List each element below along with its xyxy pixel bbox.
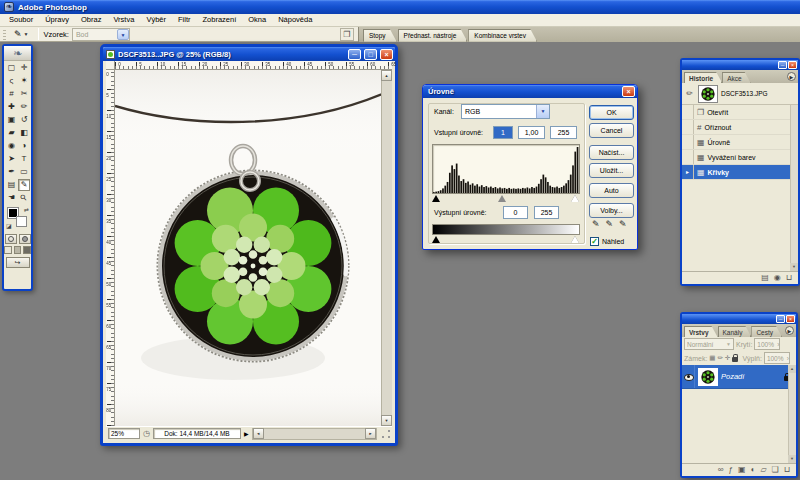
history-brush-source-well[interactable]: ▸ (682, 165, 694, 179)
history-brush-source-well[interactable] (682, 135, 694, 149)
standard-mode-button[interactable] (5, 234, 17, 244)
scroll-right-icon[interactable]: ► (365, 428, 376, 439)
lock-toggle-icon[interactable] (732, 357, 738, 362)
opacity-field[interactable]: 100% › (754, 338, 780, 350)
close-icon[interactable]: × (786, 315, 795, 323)
swap-colors-icon[interactable]: ⇄ (24, 206, 29, 213)
adjustment-layer-button[interactable]: ◐ (751, 465, 756, 475)
menu-item-zobrazení[interactable]: Zobrazení (196, 14, 242, 26)
scroll-left-icon[interactable]: ◄ (253, 428, 264, 439)
pen-tool[interactable]: ✒ (6, 166, 18, 178)
layer-thumbnail[interactable] (698, 368, 718, 386)
vertical-scrollbar[interactable]: ▲ ▼ (381, 70, 392, 426)
close-icon[interactable]: × (788, 61, 797, 69)
blur-tool[interactable]: ◉ (6, 140, 18, 152)
close-button[interactable]: × (380, 49, 393, 60)
lock-toggle-icon[interactable]: ✏ (718, 354, 723, 362)
new-layer-button[interactable]: ❏ (772, 465, 779, 475)
minimize-icon[interactable]: ─ (776, 315, 785, 323)
midtone-slider[interactable] (498, 195, 506, 202)
output-highlight-slider[interactable] (571, 236, 579, 243)
scroll-down-icon[interactable]: ▼ (790, 263, 798, 271)
cancel-button[interactable]: Cancel (589, 123, 634, 138)
slice-tool[interactable]: ✂ (18, 88, 30, 100)
delete-state-button[interactable]: ⊔ (786, 273, 792, 283)
delete-layer-button[interactable]: ⊔ (784, 465, 790, 475)
new-document-from-state-button[interactable]: ▤ (761, 273, 769, 283)
levels-dialog-title-bar[interactable]: Úrovně × (423, 85, 637, 98)
shadow-slider[interactable] (432, 195, 440, 202)
lock-toggle-icon[interactable]: ✛ (725, 354, 730, 362)
eraser-tool[interactable]: ▰ (6, 127, 18, 139)
tab-cesty[interactable]: Cesty (751, 326, 782, 337)
history-scrollbar[interactable]: ▼ (790, 105, 798, 271)
default-colors-icon[interactable]: ◪ (6, 222, 12, 229)
white-point-eyedropper-icon[interactable]: ✎ (619, 219, 627, 229)
gray-point-eyedropper-icon[interactable]: ✎ (606, 219, 614, 229)
zoom-tool[interactable]: ⚲ (18, 192, 30, 204)
menu-item-úpravy[interactable]: Úpravy (39, 14, 75, 26)
new-snapshot-button[interactable]: ◉ (774, 273, 781, 283)
history-palette-title-bar[interactable]: ─ × (682, 60, 798, 70)
visibility-toggle[interactable] (682, 365, 695, 388)
scroll-down-icon[interactable]: ▼ (788, 455, 796, 463)
resize-grip[interactable] (380, 428, 392, 440)
app-title-bar[interactable]: ❧ Adobe Photoshop (0, 0, 800, 14)
snapshot-thumbnail[interactable] (698, 85, 718, 103)
image-canvas[interactable] (115, 70, 381, 426)
lock-toggle-icon[interactable]: ▦ (709, 354, 715, 362)
tab-akce[interactable]: Akce (722, 72, 750, 83)
link-layers-button[interactable]: ∞ (718, 465, 724, 475)
preview-checkbox[interactable]: ✓ (590, 237, 599, 246)
history-brush-source-well[interactable] (682, 105, 694, 119)
palette-menu-icon[interactable]: ▶ (787, 72, 796, 81)
menu-item-obraz[interactable]: Obraz (75, 14, 107, 26)
load-button[interactable]: Načíst... (589, 145, 634, 160)
fill-field[interactable]: 100% › (764, 352, 790, 364)
history-state-oříznout[interactable]: #Oříznout (682, 120, 798, 135)
input-gamma-field[interactable]: 1,00 (518, 126, 545, 139)
palette-well-tab[interactable]: Přednast. nástroje (398, 29, 468, 42)
tool-preset-picker[interactable]: ✎ ▼ (10, 29, 33, 39)
healing-brush-tool[interactable]: ✚ (6, 101, 18, 113)
background-color-swatch[interactable] (16, 216, 27, 227)
history-brush-source-well[interactable] (682, 150, 694, 164)
type-tool[interactable]: T (18, 153, 30, 165)
tab-historie[interactable]: Historie (684, 72, 722, 83)
auto-button[interactable]: Auto (589, 183, 634, 198)
channel-dropdown[interactable]: RGB ▼ (461, 104, 550, 119)
black-point-eyedropper-icon[interactable]: ✎ (592, 219, 600, 229)
scroll-up-icon[interactable]: ▲ (788, 365, 796, 373)
menu-item-nápověda[interactable]: Nápověda (272, 14, 318, 26)
history-brush-source-icon[interactable]: ✏ (684, 89, 695, 98)
options-bar-grip[interactable] (3, 29, 6, 40)
gradient-tool[interactable]: ◧ (18, 127, 30, 139)
minimize-icon[interactable]: ─ (778, 61, 787, 69)
fullscreen-menubar-button[interactable] (14, 246, 22, 254)
new-set-button[interactable]: ▱ (760, 465, 766, 475)
hand-tool[interactable]: ☚ (6, 192, 18, 204)
highlight-slider[interactable] (571, 195, 579, 202)
layer-row-pozadi[interactable]: Pozadí (682, 365, 796, 389)
document-title-bar[interactable]: DSCF3513..JPG @ 25% (RGB/8) ─ □ × (103, 47, 395, 61)
menu-item-vrstva[interactable]: Vrstva (107, 14, 140, 26)
history-brush-tool[interactable]: ↺ (18, 114, 30, 126)
output-shadow-slider[interactable] (432, 236, 440, 243)
scroll-down-icon[interactable]: ▼ (381, 415, 392, 426)
palette-menu-icon[interactable]: ▶ (785, 326, 794, 335)
input-shadow-field[interactable]: 1 (493, 126, 513, 139)
dodge-tool[interactable]: ◑ (18, 140, 30, 152)
adobe-feather-logo[interactable]: ❧ (4, 46, 31, 61)
history-state-otevřít[interactable]: ❐Otevřít (682, 105, 798, 120)
history-state-křivky[interactable]: ▸▦Křivky (682, 165, 798, 180)
maximize-button[interactable]: □ (364, 49, 377, 60)
layers-scrollbar[interactable]: ▲ ▼ (788, 365, 796, 463)
eyedropper-tool[interactable]: ✎ (18, 179, 30, 191)
ok-button[interactable]: OK (589, 105, 634, 120)
quick-mask-mode-button[interactable] (19, 234, 31, 244)
horizontal-scrollbar[interactable]: ◄ ► (252, 428, 377, 440)
history-brush-source-well[interactable] (682, 120, 694, 134)
notes-tool[interactable]: ▤ (6, 179, 18, 191)
brush-tool[interactable]: ✏ (18, 101, 30, 113)
blend-mode-dropdown[interactable]: Normální ▼ (684, 338, 734, 350)
